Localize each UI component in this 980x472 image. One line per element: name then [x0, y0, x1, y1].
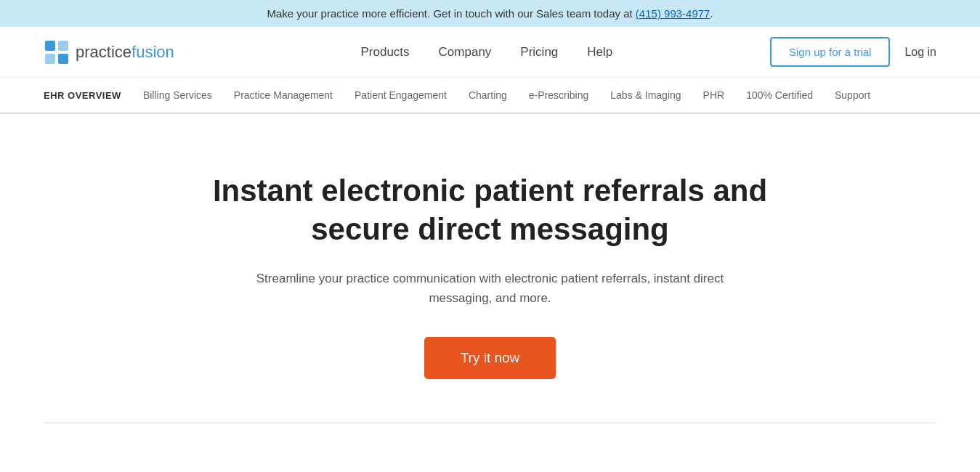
svg-rect-3: [58, 54, 68, 64]
subnav-charting[interactable]: Charting: [469, 86, 507, 105]
nav-products[interactable]: Products: [360, 41, 409, 63]
hero-section: Instant electronic patient referrals and…: [0, 114, 980, 423]
site-header: practicefusion Products Company Pricing …: [0, 27, 980, 78]
banner-phone[interactable]: (415) 993-4977: [636, 7, 710, 20]
header-actions: Sign up for a trial Log in: [770, 37, 936, 67]
subnav-labs-imaging[interactable]: Labs & Imaging: [610, 86, 681, 105]
logo[interactable]: practicefusion: [44, 39, 174, 65]
svg-rect-0: [45, 41, 55, 51]
bottom-divider: [44, 423, 936, 423]
subnav-phr[interactable]: PHR: [703, 86, 725, 105]
nav-company[interactable]: Company: [439, 41, 492, 63]
sub-nav: EHR OVERVIEW Billing Services Practice M…: [0, 78, 980, 114]
subnav-ehr-overview[interactable]: EHR OVERVIEW: [44, 86, 121, 105]
banner-period: .: [710, 7, 713, 20]
trial-button[interactable]: Sign up for a trial: [770, 37, 890, 67]
svg-rect-2: [45, 54, 55, 64]
hero-title: Instant electronic patient referrals and…: [193, 172, 788, 248]
svg-rect-1: [58, 41, 68, 51]
cta-button[interactable]: Try it now: [424, 337, 556, 379]
subnav-support[interactable]: Support: [835, 86, 870, 105]
nav-help[interactable]: Help: [587, 41, 612, 63]
subnav-certified[interactable]: 100% Certified: [746, 86, 813, 105]
subnav-practice-management[interactable]: Practice Management: [234, 86, 333, 105]
banner-text: Make your practice more efficient. Get i…: [267, 7, 635, 20]
subnav-billing-services[interactable]: Billing Services: [143, 86, 212, 105]
hero-subtitle: Streamline your practice communication w…: [236, 269, 745, 308]
subnav-patient-engagement[interactable]: Patient Engagement: [355, 86, 447, 105]
nav-pricing[interactable]: Pricing: [520, 41, 558, 63]
login-button[interactable]: Log in: [904, 46, 936, 59]
logo-practice-text: practice: [76, 43, 131, 61]
main-nav: Products Company Pricing Help: [203, 41, 770, 63]
logo-icon: [44, 39, 70, 65]
subnav-eprescribing[interactable]: e-Prescribing: [529, 86, 588, 105]
top-banner: Make your practice more efficient. Get i…: [0, 0, 980, 27]
logo-fusion-text: fusion: [131, 43, 174, 61]
